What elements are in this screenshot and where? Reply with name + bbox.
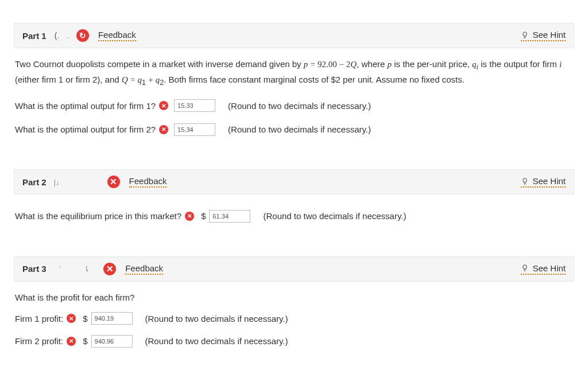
part3-f2-input[interactable] (91, 335, 133, 348)
part1-q2-line: What is the optimal output for firm 2? ✕… (15, 123, 573, 136)
lightbulb-icon (521, 31, 529, 39)
part1-q1-label: What is the optimal output for firm 1? (15, 99, 156, 112)
retry-icon: ↻ (76, 29, 89, 42)
part2-q-input[interactable] (209, 210, 250, 223)
part1-q2-input[interactable] (174, 123, 215, 136)
wrong-icon: ✕ (67, 314, 76, 323)
part1-q2-label: What is the optimal output for firm 2? (15, 123, 156, 136)
part3-feedback-link[interactable]: Feedback (125, 263, 163, 275)
wrong-icon: ✕ (107, 176, 120, 188)
part2-title: Part 2 (22, 177, 47, 187)
part2-body: What is the equilibrium price in this ma… (14, 194, 574, 231)
part1-subtitle: (. (55, 31, 60, 40)
wrong-icon: ✕ (67, 337, 76, 346)
dollar-sign: $ (201, 209, 206, 223)
part3-header: Part 3 ' ⤹ ✕ Feedback See Hint (14, 256, 574, 282)
round-hint: (Round to two decimals if necessary.) (228, 99, 371, 112)
lightbulb-icon (521, 177, 529, 185)
part3-header-left: Part 3 ' ⤹ ✕ Feedback (22, 263, 163, 275)
dollar-sign: $ (83, 334, 87, 348)
part3-f1-label: Firm 1 profit: (15, 312, 63, 325)
part1-feedback-link[interactable]: Feedback (98, 30, 136, 41)
part3-f2-label: Firm 2 profit: (15, 334, 63, 348)
part3-see-hint-link[interactable]: See Hint (521, 263, 566, 275)
part1-ghost-text: . (67, 32, 69, 40)
part2-header: Part 2 |↓ ✕ Feedback See Hint (14, 169, 574, 194)
wrong-icon: ✕ (159, 101, 168, 110)
part3-ghost-text2: ⤹ (84, 264, 90, 273)
part1-body: Two Cournot duopolists compete in a mark… (14, 48, 574, 144)
round-hint: (Round to two decimals if necessary.) (228, 123, 371, 136)
part3-title: Part 3 (22, 264, 47, 274)
part2-see-hint-link[interactable]: See Hint (521, 176, 566, 188)
part3-intro: What is the profit for each firm? (15, 291, 573, 304)
wrong-icon: ✕ (185, 212, 194, 221)
part3-body: What is the profit for each firm? Firm 1… (14, 282, 574, 356)
part1-q1-line: What is the optimal output for firm 1? ✕… (15, 99, 573, 112)
part1-prompt: Two Cournot duopolists compete in a mark… (15, 57, 573, 89)
part2-q-line: What is the equilibrium price in this ma… (15, 209, 573, 223)
part3-f1-line: Firm 1 profit: ✕ $ (Round to two decimal… (15, 312, 573, 325)
part2-ghost-text: |↓ (54, 178, 60, 186)
round-hint: (Round to two decimals if necessary.) (263, 209, 406, 223)
part2-header-left: Part 2 |↓ ✕ Feedback (22, 176, 167, 188)
round-hint: (Round to two decimals if necessary.) (145, 334, 288, 348)
part2-q-label: What is the equilibrium price in this ma… (15, 209, 181, 223)
part1-header: Part 1 (. . ↻ Feedback See Hint (14, 23, 574, 48)
round-hint: (Round to two decimals if necessary.) (145, 312, 288, 325)
wrong-icon: ✕ (103, 263, 116, 275)
part1-q1-input[interactable] (174, 99, 215, 112)
part3-f1-input[interactable] (91, 312, 133, 325)
part2-feedback-link[interactable]: Feedback (129, 176, 167, 188)
see-hint-label: See Hint (532, 176, 566, 186)
part1-title: Part 1 (22, 31, 47, 41)
part3-f2-line: Firm 2 profit: ✕ $ (Round to two decimal… (15, 334, 573, 348)
part1-header-left: Part 1 (. . ↻ Feedback (22, 29, 136, 42)
dollar-sign: $ (83, 312, 87, 325)
see-hint-label: See Hint (532, 263, 566, 273)
wrong-icon: ✕ (159, 125, 168, 134)
see-hint-label: See Hint (532, 30, 566, 40)
lightbulb-icon (521, 264, 529, 272)
part3-ghost-text: ' (59, 264, 60, 273)
part1-see-hint-link[interactable]: See Hint (521, 30, 566, 41)
